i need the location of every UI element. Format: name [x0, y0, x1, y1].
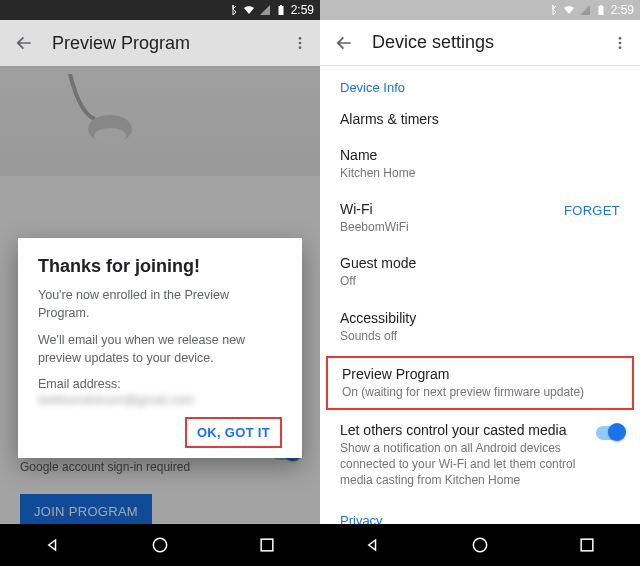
setting-preview-program[interactable]: Preview Program On (waiting for next pre…: [326, 356, 634, 410]
cast-control-switch[interactable]: [596, 426, 624, 440]
left-phone: 2:59 Preview Program P B new features ea…: [0, 0, 320, 566]
setting-title: Accessibility: [340, 310, 620, 326]
settings-list: Device Info Alarms & timers Name Kitchen…: [320, 66, 640, 524]
svg-point-5: [153, 538, 166, 551]
nav-back-icon[interactable]: [363, 535, 383, 555]
wifi-icon: [243, 4, 255, 16]
nav-recent-icon[interactable]: [577, 535, 597, 555]
nav-home-icon[interactable]: [150, 535, 170, 555]
setting-name[interactable]: Name Kitchen Home: [320, 137, 640, 191]
svg-point-7: [619, 37, 622, 40]
device-info-header: Device Info: [320, 66, 640, 101]
setting-title: Preview Program: [342, 366, 618, 382]
dialog-email-value: beebomdotcom@gmail.com: [38, 393, 282, 407]
overflow-menu[interactable]: [608, 35, 632, 51]
app-bar: Device settings: [320, 20, 640, 66]
app-bar: Preview Program: [0, 20, 320, 66]
wifi-icon: [563, 4, 575, 16]
battery-icon: [275, 4, 287, 16]
page-title: Preview Program: [52, 33, 288, 54]
setting-sub: On (waiting for next preview firmware up…: [342, 384, 592, 400]
setting-title: Alarms & timers: [340, 111, 620, 127]
dialog-title: Thanks for joining!: [38, 256, 282, 277]
signal-icon: [259, 4, 271, 16]
clock: 2:59: [611, 3, 634, 17]
svg-point-1: [299, 42, 302, 45]
arrow-back-icon: [334, 33, 354, 53]
nav-recent-icon[interactable]: [257, 535, 277, 555]
setting-alarms[interactable]: Alarms & timers: [320, 101, 640, 137]
svg-point-2: [299, 46, 302, 49]
setting-cast-control[interactable]: Let others control your casted media Sho…: [320, 412, 640, 499]
nav-bar: [0, 524, 320, 566]
clock: 2:59: [291, 3, 314, 17]
bluetooth-icon: [547, 4, 559, 16]
nav-bar: [320, 524, 640, 566]
setting-sub: Kitchen Home: [340, 165, 590, 181]
setting-sub: Show a notification on all Android devic…: [340, 440, 590, 489]
ok-got-it-button[interactable]: OK, GOT IT: [185, 417, 282, 448]
nav-home-icon[interactable]: [470, 535, 490, 555]
setting-sub: BeebomWiFi: [340, 219, 590, 235]
setting-title: Let others control your casted media: [340, 422, 620, 438]
overflow-menu[interactable]: [288, 35, 312, 51]
page-title: Device settings: [372, 32, 608, 53]
setting-wifi[interactable]: Wi-Fi BeebomWiFi FORGET: [320, 191, 640, 245]
setting-accessibility[interactable]: Accessibility Sounds off: [320, 300, 640, 354]
thanks-dialog: Thanks for joining! You're now enrolled …: [18, 238, 302, 458]
setting-sub: Sounds off: [340, 328, 590, 344]
back-button[interactable]: [8, 33, 40, 53]
setting-title: Name: [340, 147, 620, 163]
dialog-email-label: Email address:: [38, 377, 282, 391]
setting-guest-mode[interactable]: Guest mode Off: [320, 245, 640, 299]
setting-title: Guest mode: [340, 255, 620, 271]
signal-icon: [579, 4, 591, 16]
right-phone: 2:59 Device settings Device Info Alarms …: [320, 0, 640, 566]
svg-point-10: [473, 538, 486, 551]
more-vert-icon: [292, 35, 308, 51]
bluetooth-icon: [227, 4, 239, 16]
svg-point-0: [299, 37, 302, 40]
status-bar: 2:59: [0, 0, 320, 20]
svg-rect-11: [581, 539, 593, 551]
setting-sub: Off: [340, 273, 590, 289]
more-vert-icon: [612, 35, 628, 51]
svg-rect-6: [261, 539, 273, 551]
dialog-line1: You're now enrolled in the Preview Progr…: [38, 287, 282, 322]
arrow-back-icon: [14, 33, 34, 53]
forget-wifi-button[interactable]: FORGET: [564, 203, 620, 218]
privacy-header: Privacy: [320, 499, 640, 525]
back-button[interactable]: [328, 33, 360, 53]
battery-icon: [595, 4, 607, 16]
svg-point-8: [619, 41, 622, 44]
status-bar: 2:59: [320, 0, 640, 20]
content-area: P B new features early. Allow email noti…: [0, 66, 320, 524]
dialog-line2: We'll email you when we release new prev…: [38, 332, 282, 367]
nav-back-icon[interactable]: [43, 535, 63, 555]
svg-point-9: [619, 46, 622, 49]
